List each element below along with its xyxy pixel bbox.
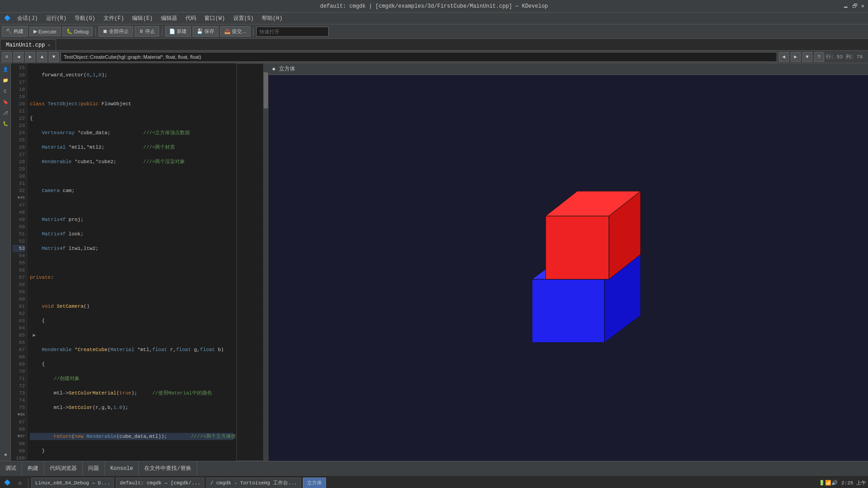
quick-open-input[interactable] — [256, 27, 329, 37]
editor-vertical-scrollbar[interactable] — [263, 63, 269, 461]
menu-item[interactable]: 编辑(E) — [128, 14, 156, 23]
sidebar-icon-bookmark[interactable]: 🔖 — [1, 98, 10, 107]
taskbar-app-1[interactable]: default: cmgdk — [cmgdk/... — [116, 478, 204, 488]
menu-item[interactable]: 运行(R) — [42, 14, 71, 23]
stop-button[interactable]: ⏸ 停止 — [135, 26, 159, 37]
tab-mainunit[interactable]: MainUnit.cpp ✕ — [0, 39, 56, 50]
save-button[interactable]: 💾 保存 — [193, 26, 218, 37]
sidebar-icon-bottom[interactable]: ◀ — [1, 450, 10, 459]
menu-item[interactable]: 窗口(W) — [201, 14, 229, 23]
toolbar-separator — [95, 27, 96, 36]
svg-marker-0 — [532, 279, 604, 343]
toolbar: 🔨 构建 ▶ Execute 🐛 Debug ⏹ 全部停止 ⏸ 停止 📄 新建 … — [0, 24, 868, 39]
menubar: 🔷 会话(J)运行(R)导航(G)文件(F)编辑(E)编辑器代码窗口(W)设置(… — [0, 13, 868, 24]
taskbar: 🔷 ⌂ Linux_x86_64_Debug — D...default: cm… — [0, 475, 868, 488]
bottom-panel: 调试 构建 代码浏览器 问题 Konsole 在文件中查找/替换 — [0, 461, 868, 475]
code-browser-tab[interactable]: 代码浏览器 — [44, 461, 83, 475]
maximize-icon[interactable]: 🗗 — [852, 3, 858, 9]
find-in-files-tab[interactable]: 在文件中查找/替换 — [139, 461, 197, 475]
sidebar-icon-debug[interactable]: 🐛 — [1, 119, 10, 128]
menu-item[interactable]: 帮助(H) — [258, 14, 286, 23]
menu-item[interactable]: 设置(S) — [230, 14, 258, 23]
debug-tab[interactable]: 调试 — [0, 461, 22, 475]
back-button[interactable]: ◀ — [14, 52, 24, 62]
nav-arrow-right[interactable]: ▶ — [791, 52, 801, 62]
debug-button[interactable]: 🐛 Debug — [62, 27, 93, 36]
toolbar-separator-2 — [162, 27, 162, 36]
function-navigator-input[interactable] — [61, 52, 777, 62]
scroll-thumb[interactable] — [264, 72, 268, 108]
window-controls: 🗕 🗗 ✕ — [843, 3, 864, 9]
menu-item[interactable]: 编辑器 — [157, 14, 181, 23]
navbar: ≡ ◀ ▶ ▲ ▼ ◀ ▶ ▼ ? 行: 53 列: 79 — [0, 51, 868, 63]
prev-function-button[interactable]: ▲ — [37, 52, 47, 62]
taskbar-app-icon[interactable]: 🔷 — [2, 478, 13, 488]
stop-all-button[interactable]: ⏹ 全部停止 — [99, 26, 133, 37]
minimap — [236, 63, 263, 461]
preview-icon: ◆ — [272, 66, 275, 72]
execute-button[interactable]: ▶ Execute — [29, 27, 61, 36]
commit-button[interactable]: 📤 提交... — [220, 26, 250, 37]
sidebar-icon-class[interactable]: C — [1, 87, 10, 96]
sidebar-icon-file[interactable]: 📁 — [1, 76, 10, 85]
konsole-tab[interactable]: Konsole — [105, 461, 139, 475]
nav-arrow-left[interactable]: ◀ — [779, 52, 789, 62]
close-icon[interactable]: ✕ — [861, 3, 864, 9]
tabbar: MainUnit.cpp ✕ — [0, 39, 868, 51]
menu-item[interactable]: 代码 — [182, 14, 200, 23]
nav-help-button[interactable]: ? — [814, 52, 824, 62]
tab-label: MainUnit.cpp — [6, 42, 45, 48]
sidebar-icon-git[interactable]: ⎇ — [1, 108, 10, 117]
preview-header: ◆ 立方体 — [269, 63, 868, 75]
preview-area: ◆ 立方体 — [269, 63, 868, 461]
nav-arrow-down[interactable]: ▼ — [802, 52, 812, 62]
main-content: 👤 📁 C 🔖 ⎇ 🐛 ◀ 15 16 17 18 19 20 21 22 23… — [0, 63, 868, 461]
left-sidebar: 👤 📁 C 🔖 ⎇ 🐛 ◀ — [0, 63, 11, 461]
titlebar: default: cmgdk | [cmgdk/examples/3d/Firs… — [0, 0, 868, 13]
problems-tab[interactable]: 问题 — [83, 461, 105, 475]
editor-area: 15 16 17 18 19 20 21 22 23 24 25 26 27 2… — [11, 63, 269, 461]
build-button[interactable]: 🔨 构建 — [2, 26, 28, 37]
left-sidebar-toggle[interactable]: ≡ — [2, 52, 12, 62]
build-tab[interactable]: 构建 — [22, 461, 44, 475]
taskbar-separator — [28, 479, 28, 488]
new-button[interactable]: 📄 新建 — [165, 26, 191, 37]
minimap-preview — [236, 63, 263, 461]
svg-marker-3 — [546, 216, 609, 279]
minimize-icon[interactable]: 🗕 — [843, 3, 849, 9]
forward-button[interactable]: ▶ — [25, 52, 35, 62]
title-text: default: cmgdk | [cmgdk/examples/3d/Firs… — [320, 3, 548, 9]
taskbar-clock: 2:25 上午 — [841, 479, 866, 486]
menu-item[interactable]: 会话(J) — [14, 14, 42, 23]
toolbar-separator-3 — [253, 27, 254, 36]
taskbar-app-3[interactable]: 立方体 — [303, 478, 326, 488]
app-icon: 🔷 — [2, 13, 13, 24]
taskbar-app-2[interactable]: / cmgdk - TortoiseHg 工作台... — [206, 478, 301, 488]
sidebar-icon-user[interactable]: 👤 — [1, 65, 10, 74]
menu-item[interactable]: 文件(F) — [100, 14, 128, 23]
cube-render — [478, 144, 659, 370]
line-numbers: 15 16 17 18 19 20 21 22 23 24 25 26 27 2… — [11, 63, 27, 461]
menu-item[interactable]: 导航(G) — [71, 14, 99, 23]
taskbar-right: 🔋📶🔊 2:25 上午 — [819, 479, 866, 486]
taskbar-apps: Linux_x86_64_Debug — D...default: cmgdk … — [31, 478, 326, 488]
next-function-button[interactable]: ▼ — [49, 52, 59, 62]
preview-title: 立方体 — [279, 65, 295, 73]
taskbar-status-icons: 🔋📶🔊 — [819, 480, 838, 486]
row-col-indicator: 行: 53 列: 79 — [826, 53, 866, 60]
taskbar-app-0[interactable]: Linux_x86_64_Debug — D... — [31, 478, 114, 488]
taskbar-home[interactable]: ⌂ — [14, 478, 25, 488]
code-editor[interactable]: forward_vector(0,1,0); class TestObject:… — [27, 63, 236, 461]
preview-canvas — [269, 75, 868, 461]
tab-close-icon[interactable]: ✕ — [47, 42, 50, 48]
